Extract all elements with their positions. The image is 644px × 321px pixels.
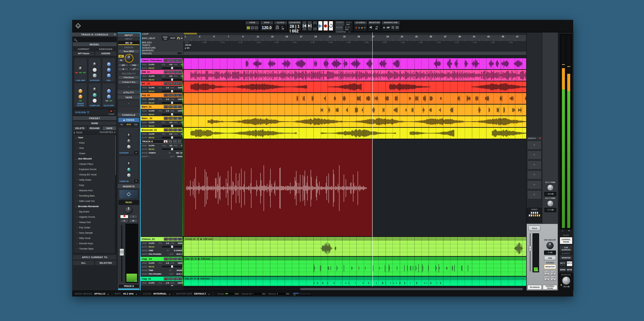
eq-filter-knob-1[interactable] <box>107 94 111 99</box>
track-name-bar[interactable]: AC _01ISM <box>141 81 183 86</box>
apply-current-to-button[interactable]: APPLY CURRENT TO <box>73 255 116 260</box>
vol-value[interactable]: -2.8 <box>169 75 172 77</box>
clip-lane[interactable]: Clap _01G◆0.00 semi <box>184 257 526 277</box>
channel-strip-module-eq-filter[interactable]: EQ FILTER <box>102 83 115 107</box>
track-mute-button[interactable]: M <box>178 277 182 280</box>
auto-value[interactable]: READ <box>149 125 154 127</box>
view-value[interactable]: CLIPS <box>149 64 155 66</box>
preset-item[interactable]: Smooth Keys <box>73 241 116 246</box>
track-header[interactable]: Bass _01ISMVIEWCLIPSVOL-2.8PANCAUTOREAD <box>141 116 184 128</box>
clip-lane[interactable] <box>184 81 526 93</box>
track-solo-button[interactable]: S <box>173 59 177 62</box>
power-button[interactable] <box>110 110 113 113</box>
track-mute-button[interactable]: M <box>178 70 182 73</box>
output-monitor-button[interactable]: MONITOR <box>560 255 573 260</box>
workflow-record-icon[interactable] <box>383 27 385 28</box>
clip-header[interactable]: Clap_01G◆0.00 semi <box>184 277 526 280</box>
tape-add-slot[interactable]: + <box>118 100 139 107</box>
track-header[interactable]: TRACK 8ISMVIEWCLIPSVOL0.0PANCAUTOREADMOD… <box>141 139 184 237</box>
mode-value[interactable]: TEMPO <box>149 152 156 154</box>
pan-slider[interactable] <box>162 67 182 69</box>
magnet-icon[interactable] <box>177 37 180 39</box>
clip-lane[interactable] <box>184 93 526 105</box>
ruler-row-content[interactable] <box>184 32 526 35</box>
track-solo-button[interactable]: S <box>173 238 177 241</box>
ruler-row-value[interactable]: ▸ 4/4 <box>185 47 189 49</box>
output-alt2-button[interactable]: ALT 2 <box>567 261 573 266</box>
polarity-button[interactable]: Ø <box>118 68 128 71</box>
in-value[interactable]: MIC 18 <box>176 152 182 154</box>
out-value[interactable]: BUS 1 <box>176 253 182 255</box>
input-source-dropdown[interactable]: MIC 18 <box>118 41 139 45</box>
ruler-row-content[interactable] <box>184 49 526 52</box>
view-value[interactable]: CLIPS <box>149 145 155 147</box>
main-insert-slot[interactable]: + <box>527 180 541 189</box>
track-solo-button[interactable]: S <box>173 277 177 280</box>
preset-item[interactable]: Classic Piano <box>73 161 116 166</box>
preset-item[interactable]: Heavy Kick <box>73 219 116 225</box>
horizontal-scrollbar[interactable] <box>184 287 526 291</box>
module-chip[interactable] <box>105 100 109 102</box>
channel-strip-module-comp-lim[interactable]: COMP/LIM <box>88 83 102 107</box>
monitor-level-knob[interactable] <box>562 276 571 285</box>
warp-value[interactable]: - <box>149 156 149 158</box>
source-monitor-button[interactable]: MONITOR <box>544 264 556 269</box>
clip-header[interactable]: Clap _01G◆0.00 semi <box>184 257 526 260</box>
power-led[interactable] <box>539 137 541 139</box>
track-header[interactable]: 808_01ISMVIEWCLIPSVOL-2.8PANCAUTOREAD <box>141 70 184 81</box>
track-header[interactable]: Chimes_01ISMVIEWCLIPSVOL-2.8100L100RAUTO… <box>141 237 184 257</box>
clip-lane[interactable] <box>184 70 526 81</box>
insert-plugin-thumbnail[interactable] <box>119 189 139 199</box>
clip-lane[interactable] <box>184 139 526 237</box>
dim-button[interactable]: DIM <box>544 256 556 260</box>
track-name-bar[interactable]: Barri_01ISM <box>141 105 183 109</box>
gate-thresh-knob[interactable] <box>127 133 131 138</box>
pan-slider[interactable] <box>162 102 182 104</box>
comp-release-knob[interactable] <box>127 173 131 177</box>
pan-value[interactable]: 100R <box>178 282 182 284</box>
source-cue-button-4[interactable]: CUE 4 <box>550 276 556 281</box>
track-mute-button[interactable]: M <box>177 140 182 143</box>
com-ratio-knob[interactable] <box>127 167 131 172</box>
track-mute-button[interactable]: M <box>178 238 182 241</box>
preset-item[interactable]: Gigantic Drums <box>73 214 116 219</box>
vol-value[interactable]: -2.8 <box>165 282 169 284</box>
talk-button[interactable]: TALK <box>529 226 540 231</box>
vol-value[interactable]: -2.8 <box>165 262 169 264</box>
console-vision-button[interactable]: ◆ VISION <box>118 117 139 122</box>
ruler-row-content[interactable]: 1357911131517192123252729313335373941434… <box>184 35 526 41</box>
pad-button[interactable]: PAD <box>129 64 139 67</box>
track-name-bar[interactable]: TRACK 8ISM <box>141 139 183 144</box>
global-solo-indicator[interactable]: S <box>358 27 360 29</box>
counter-value[interactable]: 28 | 1 | 662 <box>290 24 299 33</box>
preset-item[interactable]: Rumbling Bass <box>73 193 116 198</box>
close-icon[interactable]: × <box>114 32 116 37</box>
view-timeline-icon[interactable] <box>247 26 250 29</box>
preset-item[interactable]: Explosive Drums <box>73 166 116 172</box>
stop-button[interactable] <box>313 21 317 31</box>
pan-slider[interactable] <box>162 286 182 287</box>
track-record-arm-button[interactable] <box>164 59 168 62</box>
show-cue-outputs-button[interactable]: CUE OUTPUTS <box>560 245 573 252</box>
auto-value[interactable]: READ <box>149 102 154 104</box>
track-name-bar[interactable]: 808_01ISM <box>141 70 183 74</box>
dim-amount-knob[interactable] <box>546 242 554 249</box>
loop-range-marker[interactable] <box>184 33 197 34</box>
pan-slider[interactable] <box>162 246 182 248</box>
workflow-list-icon[interactable] <box>391 26 394 29</box>
pan-knob[interactable] <box>125 206 133 214</box>
preset-value-dropdown[interactable]: NONE <box>73 121 116 125</box>
preset-item[interactable]: Massive Kick <box>73 188 116 193</box>
module-chip[interactable] <box>75 72 78 73</box>
gate-depth-knob[interactable] <box>127 139 131 143</box>
talkback-fader[interactable] <box>529 233 531 271</box>
ruler-row-content[interactable]: ▸ 4/4 <box>184 46 526 49</box>
global-record-led[interactable] <box>355 27 357 28</box>
vol-value[interactable]: -2.8 <box>165 98 169 100</box>
track-input-button[interactable]: I <box>168 117 173 120</box>
snap-toggle[interactable]: SNAP <box>169 37 176 39</box>
track-record-arm-button[interactable] <box>163 140 168 143</box>
track-record-arm-button[interactable] <box>164 82 168 85</box>
channel-strip-module-sweep-filter[interactable]: SWEEP FILTER <box>74 83 87 107</box>
auto-value[interactable]: READ <box>149 286 154 287</box>
